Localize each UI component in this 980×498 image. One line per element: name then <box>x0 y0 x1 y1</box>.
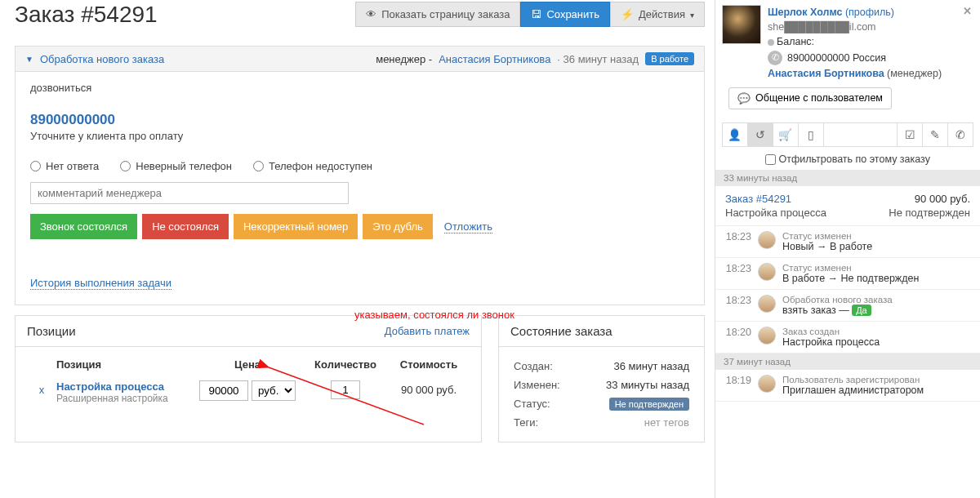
filter-by-order-checkbox[interactable]: Отфильтровать по этому заказу <box>765 153 930 165</box>
tab-edit-icon[interactable]: ✎ <box>923 123 948 146</box>
event-time: 18:19 <box>724 375 751 396</box>
time-separator: 37 минут назад <box>715 353 980 370</box>
event-time: 18:20 <box>724 327 751 348</box>
actions-dropdown[interactable]: ⚡Действия <box>610 2 705 27</box>
positions-title: Позиции <box>27 324 76 338</box>
eye-icon: 👁 <box>366 8 376 20</box>
collapse-icon[interactable]: ▼ <box>25 55 33 64</box>
sidebar-manager-link[interactable]: Анастасия Бортникова <box>768 68 884 79</box>
user-avatar <box>722 5 761 44</box>
position-sub: Расширенная настройка <box>56 393 192 404</box>
tab-spacer <box>824 123 898 146</box>
history-event: 18:19 Пользователь зарегистрированПригла… <box>715 370 980 402</box>
tab-device-icon[interactable]: ▯ <box>799 123 824 146</box>
order-state-title: Состояние заказа <box>510 324 612 338</box>
order-state: Не подтвержден <box>889 207 970 219</box>
event-text: В работе → Не подтвержден <box>782 273 919 284</box>
order-link[interactable]: Заказ #54291 <box>725 193 791 205</box>
tab-cart-icon[interactable]: 🛒 <box>773 123 799 146</box>
task-title: дозвониться <box>30 82 689 94</box>
duplicate-button[interactable]: Это дубль <box>363 214 432 239</box>
event-text: Приглашен администратором <box>782 385 924 396</box>
panel-title[interactable]: Обработка нового заказа <box>40 53 164 65</box>
radio-no-answer[interactable]: Нет ответа <box>30 160 99 172</box>
presence-dot <box>768 39 774 46</box>
event-label: Заказ создан <box>782 327 880 336</box>
manager-comment-input[interactable] <box>30 182 349 204</box>
radio-wrong-phone[interactable]: Неверный телефон <box>120 160 232 172</box>
event-label: Статус изменен <box>782 231 872 241</box>
call-done-button[interactable]: Звонок состоялся <box>30 214 137 239</box>
panel-time-ago: · 36 минут назад <box>557 53 639 65</box>
event-time: 18:23 <box>724 231 751 252</box>
order-state-panel: Состояние заказа Создан:36 минут назад И… <box>498 315 705 442</box>
user-email: she█████████il.com <box>768 20 973 34</box>
customer-phone[interactable]: 89000000000 <box>30 112 689 128</box>
add-payment-link[interactable]: Добавить платеж <box>385 325 470 337</box>
annotation-arrow <box>252 359 465 433</box>
order-item-name: Настройка процесса <box>725 207 826 219</box>
history-event: 18:23 Статус измененВ работе → Не подтве… <box>715 258 980 290</box>
time-separator: 33 минуты назад <box>715 170 980 186</box>
history-event: 18:23 Обработка нового заказавзять заказ… <box>715 290 980 322</box>
remove-position-icon[interactable]: x <box>27 380 56 396</box>
event-avatar <box>758 295 776 313</box>
changed-label: Изменен: <box>514 379 587 391</box>
user-phone: 89000000000 Россия <box>787 51 886 65</box>
close-icon[interactable]: ✕ <box>963 5 972 17</box>
task-history-link[interactable]: История выполнения задачи <box>30 277 172 290</box>
bolt-icon: ⚡ <box>621 8 634 20</box>
task-description: Уточните у клиента про оплату <box>30 130 689 142</box>
page-title: Заказ #54291 <box>15 2 347 28</box>
event-label: Обработка нового заказа <box>782 295 893 305</box>
event-avatar <box>758 327 776 345</box>
event-avatar <box>758 231 776 249</box>
tab-phone-icon[interactable]: ✆ <box>948 123 973 146</box>
event-label: Статус изменен <box>782 263 919 273</box>
call-not-done-button[interactable]: Не состоялся <box>142 214 229 239</box>
bad-number-button[interactable]: Некорректный номер <box>234 214 358 239</box>
show-order-page-button[interactable]: 👁Показать страницу заказа <box>355 2 520 27</box>
user-name-link[interactable]: Шерлок Холмс <box>768 7 842 18</box>
price-input[interactable] <box>199 380 248 401</box>
user-profile-link[interactable]: (профиль) <box>845 7 894 18</box>
event-time: 18:23 <box>724 295 751 316</box>
save-icon: 🖫 <box>531 8 541 20</box>
event-time: 18:23 <box>724 263 751 284</box>
event-text: Новый → В работе <box>782 241 872 252</box>
postpone-link[interactable]: Отложить <box>444 220 492 233</box>
radio-unavailable[interactable]: Телефон недоступен <box>253 160 372 172</box>
tab-user-icon[interactable]: 👤 <box>723 123 748 146</box>
position-name-link[interactable]: Настройка процесса <box>56 380 192 393</box>
save-button[interactable]: 🖫Сохранить <box>520 2 610 27</box>
chat-button[interactable]: 💬Общение с пользователем <box>728 87 892 109</box>
chat-icon: 💬 <box>737 92 751 104</box>
sidebar-manager-role: (менеджер) <box>887 68 942 79</box>
event-text: Настройка процесса <box>782 336 880 348</box>
status-badge: В работе <box>645 52 694 65</box>
order-card[interactable]: Заказ #5429190 000 руб. Настройка процес… <box>715 186 980 226</box>
order-amount: 90 000 руб. <box>915 193 970 205</box>
tags-value: нет тегов <box>587 416 689 429</box>
phone-icon[interactable]: ✆ <box>768 51 782 65</box>
history-event: 18:20 Заказ созданНастройка процесса <box>715 322 980 353</box>
sidebar-toolbar: 👤 ↺ 🛒 ▯ ☑ ✎ ✆ <box>722 122 973 147</box>
col-position: Позиция <box>56 358 192 371</box>
created-label: Создан: <box>514 360 587 372</box>
status-value: Не подтвержден <box>587 398 689 410</box>
tags-label: Теги: <box>514 416 587 429</box>
event-text: взять заказ — Да <box>782 305 893 316</box>
manager-link[interactable]: Анастасия Бортникова <box>439 53 550 65</box>
manager-label: менеджер - <box>376 53 432 65</box>
svg-line-0 <box>269 367 424 425</box>
order-processing-panel: ▼ Обработка нового заказа менеджер - Ана… <box>15 46 705 305</box>
event-avatar <box>758 375 776 393</box>
changed-value: 33 минуты назад <box>587 379 689 391</box>
history-event: 18:23 Статус измененНовый → В работе <box>715 226 980 258</box>
created-value: 36 минут назад <box>587 360 689 372</box>
tab-history-icon[interactable]: ↺ <box>748 123 773 146</box>
balance-label: Баланс: <box>777 36 814 47</box>
status-label: Статус: <box>514 398 587 410</box>
event-avatar <box>758 263 776 281</box>
tab-check-icon[interactable]: ☑ <box>898 123 923 146</box>
